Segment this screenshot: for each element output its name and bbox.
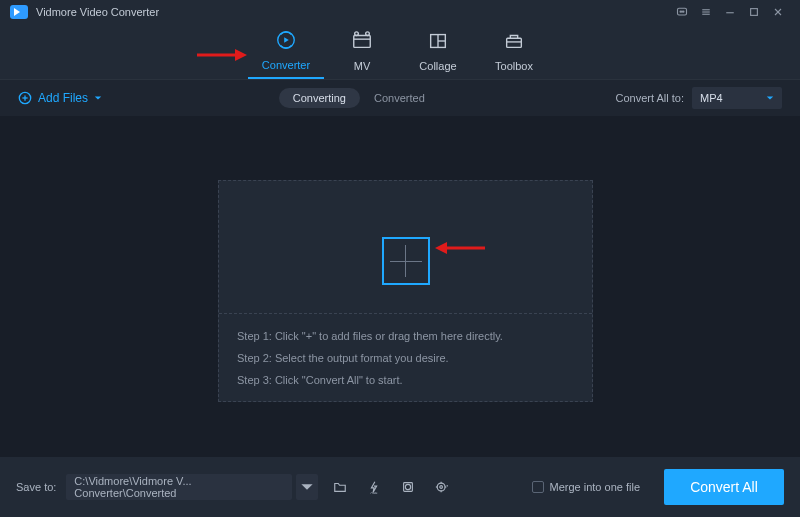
title-bar: Vidmore Video Converter: [0, 0, 800, 24]
toolbar: Add Files Converting Converted Convert A…: [0, 80, 800, 116]
svg-point-34: [406, 484, 411, 489]
toolbox-icon: [502, 30, 526, 56]
converter-icon: [274, 29, 298, 55]
save-path-value: C:\Vidmore\Vidmore V... Converter\Conver…: [74, 475, 284, 499]
svg-point-15: [355, 32, 359, 36]
svg-point-2: [682, 11, 683, 12]
tab-mv[interactable]: MV: [324, 23, 400, 79]
svg-point-16: [366, 32, 370, 36]
tab-converter[interactable]: Converter: [248, 23, 324, 79]
save-path-display[interactable]: C:\Vidmore\Vidmore V... Converter\Conver…: [66, 474, 292, 500]
svg-rect-13: [354, 36, 371, 48]
add-file-plus-button[interactable]: [382, 237, 430, 285]
output-format-dropdown[interactable]: MP4: [692, 87, 782, 109]
tab-collage[interactable]: Collage: [400, 23, 476, 79]
bottom-bar: Save to: C:\Vidmore\Vidmore V... Convert…: [0, 457, 800, 517]
svg-marker-27: [95, 96, 101, 99]
svg-marker-12: [284, 37, 289, 43]
svg-point-3: [683, 11, 684, 12]
svg-rect-8: [751, 9, 758, 16]
svg-rect-20: [507, 38, 522, 47]
main-area: Step 1: Click "+" to add files or drag t…: [0, 116, 800, 457]
tab-label: Converter: [262, 59, 310, 71]
settings-button[interactable]: [430, 475, 454, 499]
svg-text:OFF: OFF: [371, 492, 378, 494]
save-path-dropdown[interactable]: [296, 474, 318, 500]
app-logo-icon: [10, 5, 28, 19]
add-files-label: Add Files: [38, 91, 88, 105]
maximize-button[interactable]: [742, 0, 766, 24]
tab-label: Collage: [419, 60, 456, 72]
top-nav: Converter MV Collage Toolbox: [0, 24, 800, 80]
convert-all-label: Convert All: [690, 479, 758, 495]
step-text: Step 1: Click "+" to add files or drag t…: [237, 325, 503, 347]
convert-all-to: Convert All to: MP4: [616, 87, 782, 109]
svg-point-35: [438, 483, 446, 491]
app-title: Vidmore Video Converter: [36, 6, 159, 18]
step-text: Step 2: Select the output format you des…: [237, 347, 503, 369]
plus-circle-icon: [18, 91, 32, 105]
step-text: Step 3: Click "Convert All" to start.: [237, 369, 503, 391]
add-files-button[interactable]: Add Files: [18, 91, 102, 105]
output-format-value: MP4: [700, 92, 723, 104]
collage-icon: [426, 30, 450, 56]
segment-converting[interactable]: Converting: [279, 88, 360, 108]
tab-label: MV: [354, 60, 371, 72]
dropzone-divider: [219, 313, 592, 314]
menu-icon[interactable]: [694, 0, 718, 24]
segment-converted[interactable]: Converted: [360, 88, 439, 108]
save-to-label: Save to:: [16, 481, 56, 493]
merge-checkbox[interactable]: Merge into one file: [532, 481, 641, 493]
svg-point-1: [680, 11, 681, 12]
tab-toolbox[interactable]: Toolbox: [476, 23, 552, 79]
status-segment: Converting Converted: [279, 88, 439, 108]
chevron-down-icon: [766, 94, 774, 102]
chevron-down-icon: [94, 94, 102, 102]
convert-all-to-label: Convert All to:: [616, 92, 684, 104]
checkbox-icon: [532, 481, 544, 493]
convert-all-button[interactable]: Convert All: [664, 469, 784, 505]
svg-marker-28: [767, 96, 773, 99]
merge-label: Merge into one file: [550, 481, 641, 493]
mv-icon: [350, 30, 374, 56]
minimize-button[interactable]: [718, 0, 742, 24]
feedback-icon[interactable]: [670, 0, 694, 24]
open-folder-button[interactable]: [328, 475, 352, 499]
svg-marker-41: [447, 485, 449, 487]
svg-marker-31: [302, 484, 313, 490]
close-button[interactable]: [766, 0, 790, 24]
svg-point-36: [440, 486, 443, 489]
high-speed-button[interactable]: [396, 475, 420, 499]
hardware-accel-button[interactable]: OFF: [362, 475, 386, 499]
instruction-steps: Step 1: Click "+" to add files or drag t…: [237, 325, 503, 391]
tab-label: Toolbox: [495, 60, 533, 72]
drop-zone[interactable]: Step 1: Click "+" to add files or drag t…: [218, 180, 593, 402]
